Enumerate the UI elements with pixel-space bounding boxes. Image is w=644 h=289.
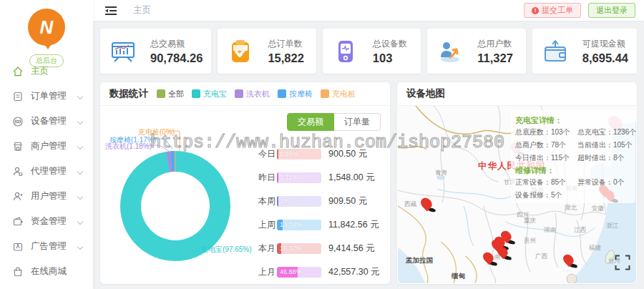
tooltip-stat: 超时借出：8个 (577, 153, 636, 163)
map-pin[interactable] (484, 252, 494, 265)
donut-label-washer: 洗衣机(1.18%) (105, 142, 152, 152)
legend-chip (157, 89, 165, 98)
bar-track: 13.04% (277, 220, 321, 230)
legend-item-all[interactable]: 全部 (157, 89, 184, 99)
stat-row-yesterday: 昨日 1.71% 1,548.00 元 (258, 170, 387, 185)
chevron-down-icon (77, 218, 83, 224)
sidebar-item-label: 用户管理 (31, 190, 67, 202)
home-icon (12, 66, 24, 77)
toggle-orders-button[interactable]: 订单量 (334, 113, 381, 131)
map-province-label: 湖北 (565, 204, 577, 212)
sidebar-item-agents[interactable]: 代理管理 (0, 159, 93, 184)
sidebar-item-funds[interactable]: 资金管理 (0, 209, 93, 234)
legend-chip (321, 89, 329, 98)
china-map[interactable]: 中华人民共和国 充电宝详情： 总底座数：103个 总充电宝：1236个 总商户数… (398, 106, 636, 283)
fullscreen-icon[interactable] (615, 255, 630, 270)
map-pin[interactable] (498, 246, 509, 260)
device-map-panel: 设备地图 (397, 82, 637, 284)
megaphone-icon (12, 241, 24, 253)
sidebar-item-label: 设备管理 (31, 115, 67, 127)
stat-cards-row: 总交易额 90,784.26 总订单数 15,822 总设备数 103 (100, 29, 637, 74)
card-label: 总用户数 (477, 38, 517, 50)
logout-button[interactable]: 退出登录 (588, 3, 635, 18)
map-province-label: 贵州 (524, 237, 536, 245)
map-panel-title: 设备地图 (406, 87, 445, 100)
bar-track: 1% (277, 196, 321, 207)
bar-track: 10.37% (277, 243, 321, 254)
chevron-down-icon (77, 118, 83, 124)
sidebar-item-ads[interactable]: 广告管理 (0, 234, 93, 259)
clipboard-check-icon (226, 37, 255, 66)
legend-item-massage-chair[interactable]: 按摩椅 (278, 89, 313, 99)
legend-item-washer[interactable]: 洗衣机 (235, 89, 270, 99)
map-province-label: 青海 (435, 169, 447, 177)
sidebar-item-users[interactable]: 用户管理 (0, 184, 93, 209)
legend-item-powerbank[interactable]: 充电宝 (192, 89, 227, 99)
bar-fill (277, 149, 278, 160)
metric-toggle: 交易额 订单量 (287, 113, 381, 131)
topbar: 主页 ! 提交工单 退出登录 (93, 0, 644, 21)
legend-chip (192, 89, 200, 98)
card-value: 15,822 (268, 52, 307, 65)
card-label: 总交易额 (150, 38, 203, 50)
bar-fill (277, 196, 278, 207)
card-value: 90,784.26 (150, 52, 203, 65)
sidebar-item-label: 在线商城 (31, 265, 67, 278)
alert-circle-icon: ! (532, 7, 539, 14)
sidebar-item-label: 主页 (31, 65, 49, 77)
tooltip-stat: 今日借出：115个 (515, 153, 577, 163)
user-growth-icon (436, 37, 464, 66)
map-province-label: 缅甸 (452, 272, 465, 281)
map-pin[interactable] (564, 254, 575, 268)
card-withdrawable: 可提现金额 8,695.44 (532, 29, 637, 74)
chevron-down-icon (77, 168, 83, 174)
chevron-down-icon (77, 193, 83, 199)
card-label: 可提现金额 (582, 38, 628, 50)
tooltip-section-title: 充电宝详情： (515, 115, 631, 126)
stat-row-this-week: 本周 1% 909.50 元 (258, 194, 387, 208)
donut-hole (141, 172, 210, 240)
donut-label-powerbank: 充电宝(97.65%) (201, 245, 252, 255)
submit-ticket-button[interactable]: ! 提交工单 (524, 3, 581, 18)
toggle-transactions-button[interactable]: 交易额 (287, 113, 334, 131)
bar-track: 0.99% (277, 149, 321, 160)
tooltip-stat: 当前借出：105个 (577, 140, 636, 150)
stat-row-last-month: 上月 46.88% 42,557.30 元 (258, 265, 387, 279)
collapse-menu-icon[interactable] (104, 6, 117, 16)
user-icon (12, 191, 24, 202)
legend-item-charging-pile[interactable]: 充电桩 (321, 89, 356, 99)
map-province-label: 西藏 (404, 200, 416, 209)
map-panel-header: 设备地图 (397, 82, 637, 106)
map-pin[interactable] (421, 197, 433, 212)
stat-row-today: 今日 0.99% 900.50 元 (258, 147, 387, 161)
logo-tail (44, 43, 52, 54)
map-province-label: 湖南 (544, 226, 556, 235)
topbar-actions: ! 提交工单 退出登录 (524, 3, 635, 18)
map-province-label: 江西 (574, 226, 586, 235)
map-province-label: 浙江 (606, 222, 618, 230)
logo-circle: N (28, 9, 65, 46)
period-bars: 今日 0.99% 900.50 元 昨日 1.71% 1,548.00 元 本周… (258, 147, 387, 288)
sidebar-item-devices[interactable]: 设备管理 (0, 109, 93, 134)
stats-panel-header: 数据统计 全部 充电宝 洗衣机 按摩椅 充电桩 (100, 82, 390, 106)
shop-icon (12, 141, 24, 152)
tab-home[interactable]: 主页 (133, 4, 151, 16)
logo: N 总后台 (0, 0, 93, 67)
card-value: 11,327 (477, 52, 517, 65)
chart-board-icon (109, 37, 137, 66)
sidebar-item-label: 商户管理 (31, 140, 67, 152)
stat-row-this-month: 本月 10.37% 9,414.56 元 (258, 241, 387, 255)
sidebar-item-home[interactable]: 主页 (0, 59, 93, 84)
sidebar-item-mall[interactable]: 在线商城 (0, 259, 93, 284)
shopping-bag-icon (12, 266, 24, 278)
stat-row-last-week: 上周 13.04% 11,842.56 元 (258, 217, 387, 232)
map-tooltip: 充电宝详情： 总底座数：103个 总充电宝：1236个 总商户数：78个 当前借… (511, 110, 635, 203)
card-value: 103 (373, 52, 412, 65)
sidebar-item-merchants[interactable]: 商户管理 (0, 134, 93, 159)
dashboard-app: N 总后台 主页 订单管理 设备管理 商户管理 (0, 0, 644, 289)
sidebar-menu: 主页 订单管理 设备管理 商户管理 代理管理 (0, 59, 93, 284)
tooltip-stat: 总充电宝：1236个 (577, 127, 636, 137)
sidebar: N 总后台 主页 订单管理 设备管理 商户管理 (0, 0, 93, 289)
sidebar-item-orders[interactable]: 订单管理 (0, 84, 93, 109)
legend-chip (235, 89, 243, 98)
